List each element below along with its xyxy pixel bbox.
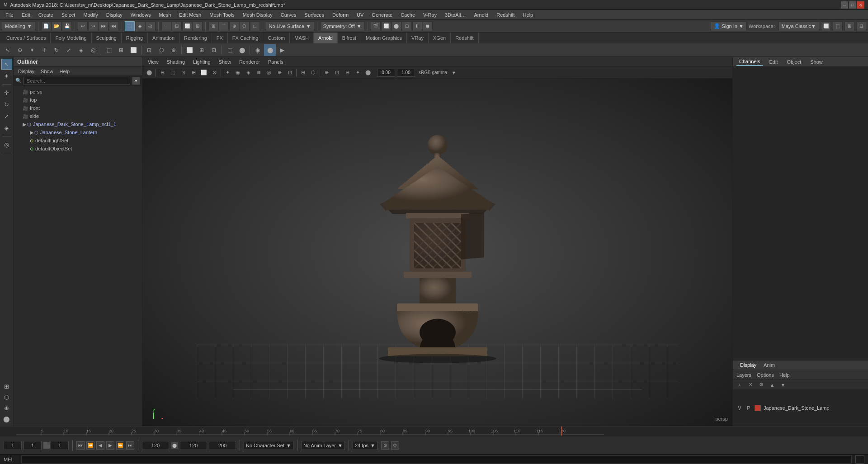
- vp-xray-icon[interactable]: ✦: [222, 68, 232, 78]
- options-menu[interactable]: Options: [755, 372, 776, 378]
- open-scene-button[interactable]: 📂: [52, 21, 61, 31]
- redo-button[interactable]: ↪: [88, 21, 98, 31]
- layout-button-1[interactable]: ⬜: [821, 21, 831, 31]
- range-toggle-btn[interactable]: ⬤: [171, 442, 178, 449]
- anim-layer-tab[interactable]: Anim: [760, 361, 778, 369]
- vp-motion-blur-icon[interactable]: ≋: [254, 68, 264, 78]
- gamma-options-icon[interactable]: ▼: [449, 68, 459, 78]
- gamma-field[interactable]: [397, 69, 415, 77]
- key-settings-button[interactable]: ⚙: [391, 441, 399, 450]
- new-scene-button[interactable]: 📄: [41, 21, 51, 31]
- vertex-mode-button[interactable]: ·: [161, 21, 171, 31]
- face-mode-button[interactable]: ⬜: [182, 21, 192, 31]
- shading-icon[interactable]: ⬤: [264, 44, 276, 56]
- menu-mesh[interactable]: Mesh: [155, 10, 175, 19]
- play-icon[interactable]: ▶: [276, 44, 288, 56]
- undo-button[interactable]: ↩: [78, 21, 88, 31]
- layer-visibility-button[interactable]: V: [736, 405, 743, 411]
- tab-sculpting[interactable]: Sculpting: [92, 33, 122, 43]
- paint-select-icon[interactable]: ✦: [26, 44, 38, 56]
- snap-surface-button[interactable]: ⬡: [240, 21, 250, 31]
- vp-light-icon[interactable]: ◉: [233, 68, 243, 78]
- vp-camera-icon[interactable]: ⊟: [157, 68, 167, 78]
- tab-fx-caching[interactable]: FX Caching: [228, 33, 263, 43]
- stop-render-button[interactable]: ⏹: [423, 21, 433, 31]
- tab-bifrost[interactable]: Bifrost: [338, 33, 361, 43]
- mel-python-toggle[interactable]: MEL: [4, 457, 14, 462]
- snap-plane-button[interactable]: □: [250, 21, 260, 31]
- vp-annotate-icon[interactable]: ⬤: [363, 68, 373, 78]
- exposure-field[interactable]: [377, 69, 395, 77]
- options-button[interactable]: ⊕: [1, 403, 12, 413]
- scale-tool-icon[interactable]: ⤢: [63, 44, 75, 56]
- snap-grid-button[interactable]: ⊞: [208, 21, 218, 31]
- new-layer-icon[interactable]: +: [735, 380, 745, 390]
- sign-in-button[interactable]: 👤 Sign In ▼: [711, 21, 747, 31]
- vp-measure-icon[interactable]: ✦: [353, 68, 363, 78]
- go-to-end-button[interactable]: ⏭: [126, 441, 134, 450]
- workspace-dropdown[interactable]: Maya Classic▼: [778, 21, 819, 31]
- menu-select[interactable]: Select: [58, 10, 79, 19]
- viewport-view-menu[interactable]: View: [144, 58, 162, 66]
- playback-end-field[interactable]: [180, 441, 207, 450]
- mode-dropdown[interactable]: Modeling ▼: [2, 21, 35, 31]
- menu-vray[interactable]: V-Ray: [420, 10, 440, 19]
- view-cube-button[interactable]: ⬡: [1, 392, 12, 403]
- layout-button-2[interactable]: ⬚: [833, 21, 843, 31]
- menu-deform[interactable]: Deform: [329, 10, 352, 19]
- menu-create[interactable]: Create: [35, 10, 57, 19]
- edit-tab[interactable]: Edit: [766, 58, 780, 66]
- show-tab[interactable]: Show: [807, 58, 826, 66]
- vp-resolution-icon[interactable]: ⊡: [178, 68, 188, 78]
- safe-frame-icon[interactable]: ⊞: [196, 44, 208, 56]
- step-back-button[interactable]: ⏪: [86, 441, 94, 450]
- current-frame-field[interactable]: [4, 441, 22, 450]
- menu-arnold[interactable]: Arnold: [470, 10, 492, 19]
- save-scene-button[interactable]: 💾: [62, 21, 72, 31]
- viewport-renderer-menu[interactable]: Renderer: [236, 58, 264, 66]
- wireframe-icon[interactable]: ⬚: [224, 44, 236, 56]
- menu-cache[interactable]: Cache: [397, 10, 419, 19]
- vp-ao-icon[interactable]: ⊕: [274, 68, 284, 78]
- select-mode-button[interactable]: ⬚: [125, 21, 135, 31]
- tab-arnold[interactable]: Arnold: [314, 33, 338, 43]
- vp-safe-action-icon[interactable]: ⊞: [189, 68, 198, 78]
- paint-tool-button[interactable]: ✦: [1, 70, 12, 81]
- vp-film-gate-icon[interactable]: ⬚: [168, 68, 178, 78]
- menu-modify[interactable]: Modify: [80, 10, 101, 19]
- menu-generate[interactable]: Generate: [368, 10, 396, 19]
- layout-button-4[interactable]: ⊟: [856, 21, 866, 31]
- vp-grid-icon[interactable]: ⊞: [298, 68, 308, 78]
- viewport-canvas[interactable]: X Y Z persp: [142, 79, 732, 426]
- command-line-input[interactable]: [21, 455, 852, 464]
- vp-field-chart-icon[interactable]: ⊠: [209, 68, 219, 78]
- snap-surface-icon[interactable]: ⬡: [156, 44, 167, 56]
- vp-render-icon[interactable]: ⬤: [144, 68, 154, 78]
- menu-edit-mesh[interactable]: Edit Mesh: [175, 10, 205, 19]
- shelf-button[interactable]: ⬤: [1, 413, 12, 424]
- tab-fx[interactable]: FX: [212, 33, 228, 43]
- tab-rigging[interactable]: Rigging: [122, 33, 148, 43]
- outliner-item-persp[interactable]: 🎥 persp: [14, 88, 142, 96]
- redo-all-button[interactable]: ⏭: [109, 21, 119, 31]
- tab-rendering[interactable]: Rendering: [179, 33, 212, 43]
- end-frame-field[interactable]: [142, 441, 169, 450]
- snap-curve-button[interactable]: ⌒: [219, 21, 229, 31]
- rotate-tool-button[interactable]: ↻: [1, 99, 12, 110]
- vp-aa-icon[interactable]: ⊡: [285, 68, 295, 78]
- move-tool-icon[interactable]: ✛: [38, 44, 50, 56]
- layer-down-icon[interactable]: ▼: [778, 380, 788, 390]
- channels-tab[interactable]: Channels: [736, 58, 763, 66]
- live-surface-dropdown[interactable]: No Live Surface ▼: [266, 21, 314, 31]
- display-layer-tab[interactable]: Display: [736, 361, 760, 369]
- menu-display[interactable]: Display: [103, 10, 126, 19]
- pause-render-button[interactable]: ⏸: [412, 21, 422, 31]
- anim-layer-dropdown[interactable]: No Anim Layer ▼: [301, 441, 345, 450]
- character-set-dropdown[interactable]: No Character Set ▼: [244, 441, 293, 450]
- outliner-item-front[interactable]: 🎥 front: [14, 104, 142, 112]
- render-sequence-button[interactable]: ⬜: [381, 21, 391, 31]
- select-tool-icon[interactable]: ↖: [2, 44, 14, 56]
- show-manip-tool-button[interactable]: ◈: [1, 122, 12, 133]
- undo-all-button[interactable]: ⏮: [99, 21, 108, 31]
- play-back-button[interactable]: ◀: [96, 441, 104, 450]
